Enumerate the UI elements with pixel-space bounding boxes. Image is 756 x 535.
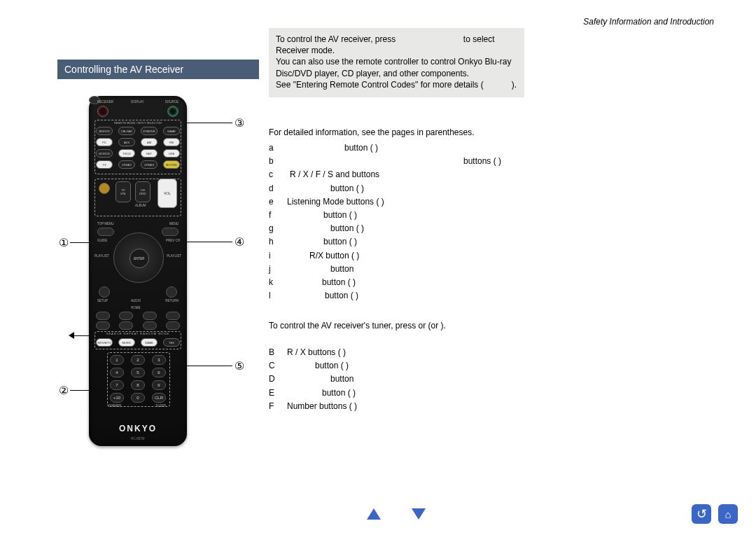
lead-line: [183, 123, 232, 123]
next-button[interactable]: [166, 321, 180, 330]
input-pc[interactable]: PC: [96, 138, 113, 146]
brand-logo: ONKYO: [89, 424, 187, 433]
home-icon[interactable]: ⌂: [718, 504, 738, 524]
breadcrumb: Safety Information and Introduction: [583, 17, 714, 27]
enter-button[interactable]: ENTER: [130, 249, 149, 268]
input-am[interactable]: AM: [141, 138, 158, 146]
item-list: a button ( ) b buttons ( ) cR / X / F / …: [269, 141, 521, 303]
input-rcrcd[interactable]: RCR/CD: [96, 149, 113, 158]
return-button[interactable]: [166, 286, 177, 298]
callout-3: ③: [234, 116, 244, 130]
ff-button[interactable]: [143, 312, 157, 320]
mode-music[interactable]: MUSIC: [118, 338, 135, 347]
num-1[interactable]: 1: [110, 355, 124, 365]
num-7[interactable]: 7: [110, 380, 124, 390]
stop-button[interactable]: [143, 321, 157, 330]
num-2[interactable]: 2: [131, 355, 145, 365]
num-0[interactable]: 0: [131, 393, 145, 403]
input-fm[interactable]: FM: [163, 138, 180, 146]
back-icon[interactable]: ↺: [692, 504, 711, 524]
mode-thx[interactable]: THX: [163, 338, 180, 347]
lead-line: [179, 366, 232, 366]
pause-button[interactable]: [119, 321, 133, 330]
menu-button[interactable]: [162, 228, 178, 236]
play-button[interactable]: [119, 312, 133, 320]
page-down-icon[interactable]: [412, 508, 426, 520]
num-4[interactable]: 4: [110, 368, 124, 377]
num-8[interactable]: 8: [131, 380, 145, 390]
tuner-list: BR / X buttons ( ) C button ( ) D button…: [269, 346, 521, 413]
zone3-button[interactable]: ZONE3: [141, 160, 158, 169]
top-menu-button[interactable]: [97, 228, 114, 236]
tuner-intro: To control the AV receiver's tuner, pres…: [269, 319, 521, 332]
num-plus10[interactable]: +10: [110, 393, 124, 403]
input-tvcd[interactable]: TV/CD: [118, 149, 135, 158]
section-title: Controlling the AV Receiver: [57, 60, 259, 79]
skip-button[interactable]: [166, 312, 180, 320]
num-clr[interactable]: CLR: [152, 393, 166, 403]
detail-intro: For detailed information, see the pages …: [269, 127, 475, 137]
input-net[interactable]: NET: [141, 149, 158, 158]
remote-illustration: RECEIVER DISPLAY SOURCE REMOTE MODE / IN…: [89, 96, 187, 446]
q-button[interactable]: [99, 286, 110, 298]
input-bddvd[interactable]: BD/DVD: [96, 127, 113, 135]
input-usb[interactable]: USB: [163, 149, 180, 158]
nav-dpad[interactable]: ENTER: [113, 232, 164, 283]
mode-game[interactable]: GAME: [141, 338, 158, 347]
tv-vol-rocker[interactable]: TV VOL: [115, 181, 131, 202]
input-stbdvr[interactable]: STB/DVR: [141, 127, 158, 135]
model-number: RC-837M: [89, 437, 187, 440]
prev-button[interactable]: [96, 321, 110, 330]
callout-4: ④: [234, 235, 244, 249]
num-3[interactable]: 3: [152, 355, 166, 365]
triangle-marker: [69, 332, 74, 339]
ch-disc-rocker[interactable]: CH DISC: [135, 181, 150, 202]
callout-5: ⑤: [234, 359, 244, 373]
input-game[interactable]: GAME: [163, 127, 180, 135]
num-9[interactable]: 9: [152, 380, 166, 390]
standby-button[interactable]: [99, 183, 110, 194]
source-power-button[interactable]: [167, 106, 178, 117]
note-box: To control the AV receiver, press to sel…: [269, 28, 524, 97]
callout-2: ②: [59, 384, 69, 397]
zone2-button[interactable]: ZONE2: [118, 160, 135, 169]
page-up-icon[interactable]: [367, 508, 381, 520]
receiver-power-button[interactable]: [97, 106, 108, 117]
rew-button[interactable]: [96, 312, 110, 320]
callout-1: ①: [59, 236, 69, 249]
input-tv[interactable]: TV: [96, 160, 113, 169]
num-6[interactable]: 6: [152, 368, 166, 377]
vol-rocker[interactable]: VOL: [158, 179, 177, 208]
mode-movie[interactable]: MOVIE/TV: [96, 338, 113, 347]
input-cblsat[interactable]: CBL/SAT: [118, 127, 135, 135]
num-5[interactable]: 5: [131, 368, 145, 377]
muting-button[interactable]: MUTING: [163, 160, 180, 169]
input-aux[interactable]: AUX: [118, 138, 135, 146]
